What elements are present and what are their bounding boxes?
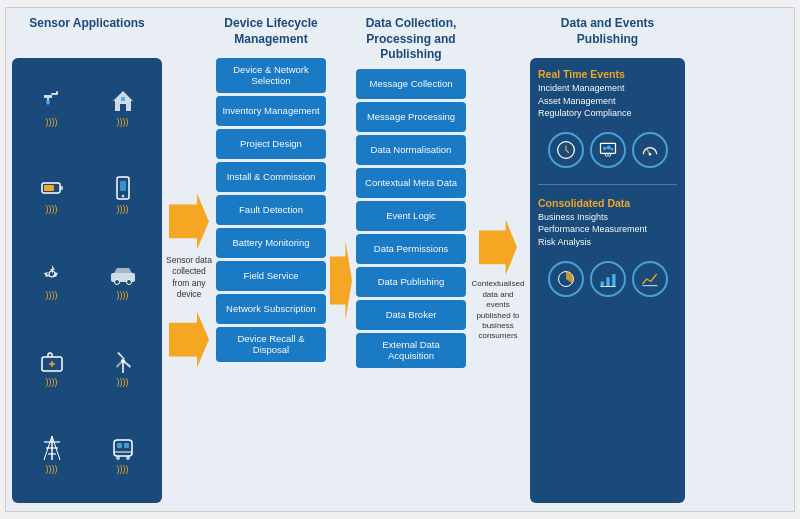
- windmill-icon: )))): [109, 347, 137, 387]
- tower-icon: )))): [38, 434, 66, 474]
- lifecycle-item-5: Battery Monitoring: [216, 228, 326, 258]
- contextual-label: Contextualised data and events published…: [470, 279, 526, 341]
- dataproc-item-2: Data Normalisation: [356, 135, 466, 165]
- arrow-1-top: [169, 193, 209, 249]
- divider: [538, 184, 677, 185]
- arrow-2: [330, 241, 352, 321]
- car-icon: )))): [109, 260, 137, 300]
- svg-rect-39: [612, 274, 615, 287]
- lifecycle-header: Device Lifecycle Management: [216, 16, 326, 52]
- svg-rect-10: [120, 181, 126, 191]
- consolidated-item-0: Business Insights: [538, 211, 677, 224]
- realtime-title: Real Time Events: [538, 68, 677, 80]
- svg-rect-26: [124, 443, 129, 448]
- sensor-arrow-label: Sensor data collected from any device: [166, 255, 212, 299]
- lifecycle-item-1: Inventory Management: [216, 96, 326, 126]
- gauge-icon: [632, 132, 668, 168]
- consolidated-title: Consolidated Data: [538, 197, 677, 209]
- wifi-signal: )))): [46, 377, 58, 387]
- arrow-section-1: Sensor data collected from any device: [166, 16, 212, 503]
- lifecycle-items: Device & Network Selection Inventory Man…: [216, 58, 326, 365]
- dataproc-items: Message Collection Message Processing Da…: [356, 69, 466, 371]
- realtime-item-0: Incident Management: [538, 82, 677, 95]
- train-icon: )))): [109, 434, 137, 474]
- lifecycle-column: Device Lifecycle Management Device & Net…: [216, 16, 326, 503]
- svg-point-34: [610, 148, 613, 151]
- battery-icon: )))): [38, 174, 66, 214]
- svg-point-13: [114, 280, 119, 285]
- presentation-icon: [590, 132, 626, 168]
- realtime-item-1: Asset Management: [538, 95, 677, 108]
- dataproc-item-5: Data Permissions: [356, 234, 466, 264]
- wifi-signal: )))): [117, 204, 129, 214]
- wifi-signal: )))): [46, 464, 58, 474]
- wifi-signal: )))): [46, 204, 58, 214]
- svg-point-27: [116, 456, 120, 460]
- publishing-column: Data and Events Publishing Real Time Eve…: [530, 16, 685, 503]
- pie-chart-icon: [548, 261, 584, 297]
- recycle-icon: )))): [38, 260, 66, 300]
- dataproc-column: Data Collection, Processing and Publishi…: [356, 16, 466, 503]
- dataproc-item-8: External Data Acquisition: [356, 333, 466, 368]
- dataproc-item-3: Contextual Meta Data: [356, 168, 466, 198]
- realtime-section: Real Time Events Incident Management Ass…: [538, 68, 677, 120]
- svg-rect-4: [121, 97, 125, 101]
- svg-rect-6: [60, 186, 63, 190]
- sensor-header: Sensor Applications: [12, 16, 162, 52]
- consolidated-item-1: Performance Measurement: [538, 223, 677, 236]
- sensor-icons-box: )))) )))) )))): [12, 58, 162, 503]
- svg-point-35: [648, 153, 651, 156]
- lifecycle-item-7: Network Subscription: [216, 294, 326, 324]
- arrow-1-bottom: [169, 312, 209, 368]
- lifecycle-item-3: Install & Commission: [216, 162, 326, 192]
- svg-rect-38: [606, 277, 609, 286]
- arrow-3: [479, 219, 517, 275]
- arrow-section-3: Contextualised data and events published…: [470, 16, 526, 503]
- svg-point-9: [121, 194, 124, 197]
- realtime-icons-row: [538, 132, 677, 168]
- house-icon: )))): [109, 87, 137, 127]
- svg-point-33: [606, 145, 610, 149]
- svg-rect-25: [117, 443, 122, 448]
- clock-icon: [548, 132, 584, 168]
- publishing-header: Data and Events Publishing: [530, 16, 685, 52]
- phone-icon: )))): [109, 174, 137, 214]
- dataproc-item-0: Message Collection: [356, 69, 466, 99]
- svg-rect-1: [56, 91, 58, 95]
- lifecycle-item-0: Device & Network Selection: [216, 58, 326, 93]
- arrow-section-2: [330, 16, 352, 503]
- water-tap-icon: )))): [38, 87, 66, 127]
- lifecycle-item-4: Fault Detection: [216, 195, 326, 225]
- svg-rect-7: [44, 185, 54, 191]
- lifecycle-item-8: Device Recall & Disposal: [216, 327, 326, 362]
- dataproc-item-1: Message Processing: [356, 102, 466, 132]
- wifi-signal: )))): [117, 464, 129, 474]
- consolidated-item-2: Risk Analysis: [538, 236, 677, 249]
- dataproc-header: Data Collection, Processing and Publishi…: [356, 16, 466, 63]
- dataproc-item-4: Event Logic: [356, 201, 466, 231]
- dataproc-item-7: Data Broker: [356, 300, 466, 330]
- wifi-signal: )))): [117, 117, 129, 127]
- svg-rect-37: [600, 281, 603, 286]
- wifi-signal: )))): [117, 290, 129, 300]
- wifi-signal: )))): [46, 117, 58, 127]
- svg-point-14: [126, 280, 131, 285]
- svg-rect-3: [120, 104, 126, 111]
- medical-icon: )))): [38, 347, 66, 387]
- main-diagram: Sensor Applications )))) )): [5, 7, 795, 512]
- trend-chart-icon: [632, 261, 668, 297]
- svg-point-28: [126, 456, 130, 460]
- consolidated-section: Consolidated Data Business Insights Perf…: [538, 197, 677, 249]
- wifi-signal: )))): [117, 377, 129, 387]
- realtime-item-2: Regulatory Compliance: [538, 107, 677, 120]
- lifecycle-item-6: Field Service: [216, 261, 326, 291]
- dataproc-item-6: Data Publishing: [356, 267, 466, 297]
- svg-point-32: [603, 146, 606, 149]
- consolidated-icons-row: [538, 261, 677, 297]
- publishing-box: Real Time Events Incident Management Ass…: [530, 58, 685, 503]
- svg-rect-24: [114, 440, 132, 456]
- wifi-signal: )))): [46, 290, 58, 300]
- lifecycle-item-2: Project Design: [216, 129, 326, 159]
- sensor-column: Sensor Applications )))) )): [12, 16, 162, 503]
- bar-chart-icon: [590, 261, 626, 297]
